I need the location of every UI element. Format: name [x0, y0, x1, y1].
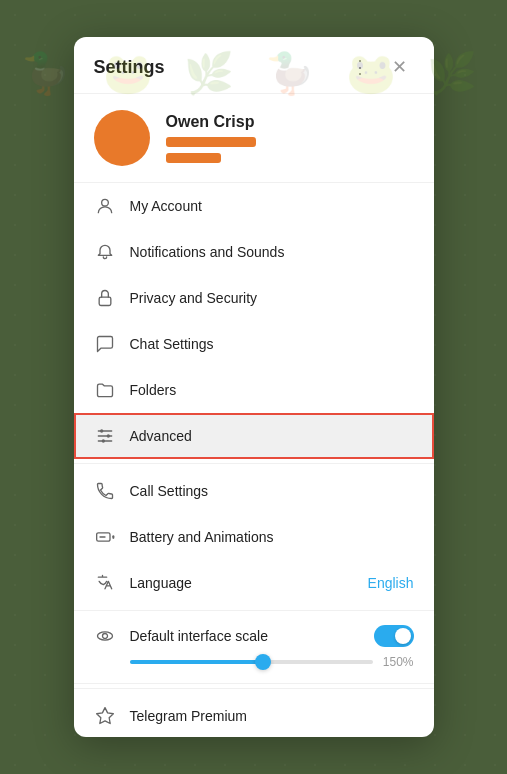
header-icons: ⋮ ✕ — [346, 53, 414, 81]
svg-point-0 — [101, 199, 108, 206]
slider-track[interactable] — [130, 660, 373, 664]
close-icon: ✕ — [392, 56, 407, 78]
panel-title: Settings — [94, 57, 165, 78]
sliders-icon — [94, 425, 116, 447]
slider-fill — [130, 660, 264, 664]
chat-settings-label: Chat Settings — [130, 336, 414, 352]
my-account-label: My Account — [130, 198, 414, 214]
slider-thumb[interactable] — [255, 654, 271, 670]
settings-panel: Settings ⋮ ✕ Owen Crisp My Account — [74, 37, 434, 737]
language-value: English — [368, 575, 414, 591]
battery-icon — [94, 526, 116, 548]
svg-rect-1 — [99, 297, 111, 305]
menu-item-premium[interactable]: Telegram Premium — [74, 693, 434, 737]
profile-name: Owen Crisp — [166, 113, 256, 131]
battery-label: Battery and Animations — [130, 529, 414, 545]
menu-item-my-account[interactable]: My Account — [74, 183, 434, 229]
call-settings-label: Call Settings — [130, 483, 414, 499]
divider-1 — [74, 463, 434, 464]
menu-list: My Account Notifications and Sounds Priv… — [74, 183, 434, 737]
close-button[interactable]: ✕ — [386, 53, 414, 81]
menu-item-chat-settings[interactable]: Chat Settings — [74, 321, 434, 367]
profile-info: Owen Crisp — [166, 113, 256, 163]
star-icon — [94, 705, 116, 727]
panel-header: Settings ⋮ ✕ — [74, 37, 434, 94]
premium-label: Telegram Premium — [130, 708, 414, 724]
slider-value: 150% — [383, 655, 414, 669]
divider-3 — [74, 688, 434, 689]
eye-icon — [94, 625, 116, 647]
menu-item-call-settings[interactable]: Call Settings — [74, 468, 434, 514]
interface-scale-row: Default interface scale — [94, 625, 414, 647]
more-button[interactable]: ⋮ — [346, 53, 374, 81]
more-icon: ⋮ — [351, 56, 369, 78]
interface-scale-label: Default interface scale — [130, 628, 360, 644]
profile-status-bar2 — [166, 153, 221, 163]
lock-icon — [94, 287, 116, 309]
svg-point-6 — [106, 434, 109, 437]
phone-icon — [94, 480, 116, 502]
account-icon — [94, 195, 116, 217]
svg-point-7 — [101, 439, 104, 442]
divider-2 — [74, 610, 434, 611]
folders-label: Folders — [130, 382, 414, 398]
chat-icon — [94, 333, 116, 355]
profile-section[interactable]: Owen Crisp — [74, 94, 434, 183]
notifications-label: Notifications and Sounds — [130, 244, 414, 260]
advanced-label: Advanced — [130, 428, 414, 444]
svg-point-5 — [100, 429, 103, 432]
menu-item-battery[interactable]: Battery and Animations — [74, 514, 434, 560]
slider-row: 150% — [130, 655, 414, 669]
bell-icon — [94, 241, 116, 263]
interface-scale-section: Default interface scale 150% — [74, 615, 434, 684]
menu-item-advanced[interactable]: Advanced — [74, 413, 434, 459]
menu-item-language[interactable]: Language English — [74, 560, 434, 606]
translate-icon — [94, 572, 116, 594]
interface-scale-toggle[interactable] — [374, 625, 414, 647]
svg-point-11 — [102, 634, 107, 639]
privacy-label: Privacy and Security — [130, 290, 414, 306]
menu-item-privacy[interactable]: Privacy and Security — [74, 275, 434, 321]
folder-icon — [94, 379, 116, 401]
profile-status-bar1 — [166, 137, 256, 147]
menu-item-folders[interactable]: Folders — [74, 367, 434, 413]
menu-item-notifications[interactable]: Notifications and Sounds — [74, 229, 434, 275]
language-label: Language — [130, 575, 354, 591]
avatar — [94, 110, 150, 166]
svg-marker-12 — [96, 708, 113, 724]
